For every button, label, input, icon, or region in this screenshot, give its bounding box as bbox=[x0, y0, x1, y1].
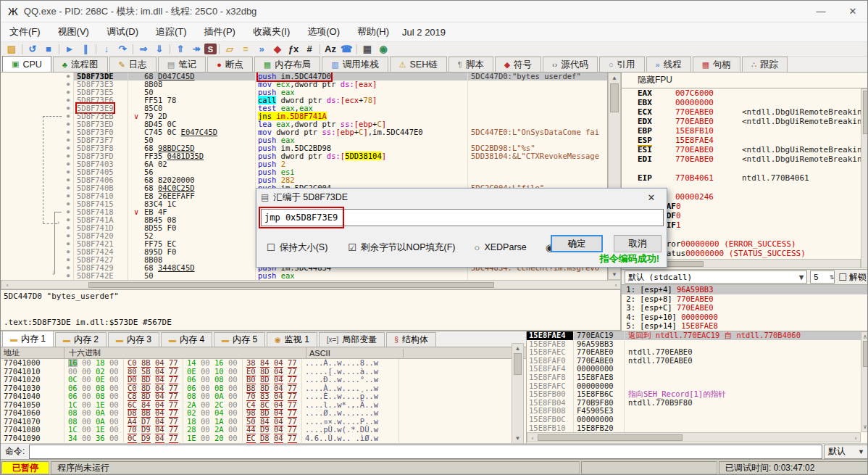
register-row[interactable]: EDI770EABE0<ntdll.DbgUiRemoteBreakin> bbox=[622, 154, 861, 164]
execute-till-return-icon[interactable]: ⇓ bbox=[151, 43, 167, 56]
register-row[interactable]: EIP770B4061ntdll.770B4061 bbox=[622, 173, 861, 183]
dump-tab-watch[interactable]: ◉监视 1 bbox=[267, 332, 317, 347]
tab-graph[interactable]: ♣流程图 bbox=[53, 57, 108, 72]
breakpoint-dot-icon[interactable]: ● bbox=[63, 272, 73, 280]
patch-icon[interactable]: ▱ bbox=[222, 43, 238, 56]
functions-icon[interactable]: ƒx bbox=[285, 43, 301, 56]
convention-dropdown[interactable]: 默认 (stdcall) ▼ bbox=[625, 270, 807, 284]
breakpoint-dot-icon[interactable]: ● bbox=[63, 104, 73, 112]
dump-row[interactable]: 7704106008 00 0A 00D8 8B 04 7702 00 04 0… bbox=[1, 409, 512, 418]
hide-fpu-button[interactable]: 隐藏FPU bbox=[622, 73, 868, 88]
menu-item-o[interactable]: 选项(O) bbox=[299, 22, 349, 41]
stack-hscrollbar[interactable]: ‹ › bbox=[527, 432, 861, 442]
tab-memory-map[interactable]: ▦内存布局 bbox=[254, 57, 320, 72]
tab-log[interactable]: ✎日志 bbox=[109, 57, 157, 72]
menu-item-v[interactable]: 视图(V) bbox=[49, 22, 98, 41]
pause-icon[interactable]: ∥ bbox=[78, 43, 93, 56]
breakpoint-dot-icon[interactable]: ● bbox=[63, 73, 73, 80]
hash-icon[interactable]: # bbox=[301, 43, 317, 56]
dump-row[interactable]: 770410200C 00 0E 00D0 8D 04 7706 00 08 0… bbox=[1, 376, 512, 384]
unlock-checkbox[interactable]: ☐ 解锁 bbox=[838, 271, 867, 284]
stack-row[interactable]: 15E8FB0C00000000 bbox=[527, 416, 861, 424]
command-profile-dropdown[interactable]: 默认 ▼ bbox=[824, 445, 868, 459]
xedparse-radio[interactable]: ○ XEDParse bbox=[456, 242, 527, 253]
tab-handles[interactable]: ▦句柄 bbox=[693, 57, 740, 72]
dump-row[interactable]: 7704100016 00 18 00C0 8B 04 7714 00 16 0… bbox=[1, 359, 512, 368]
argument-row[interactable]: 1: [esp+4] 96A59BB3 bbox=[622, 285, 868, 294]
bookmarks-icon[interactable]: ◆ bbox=[270, 43, 285, 56]
register-row[interactable]: EAX007C6000 bbox=[622, 88, 861, 98]
labels-icon[interactable]: » bbox=[254, 43, 270, 56]
step-into-icon[interactable]: ↓ bbox=[99, 43, 114, 56]
tab-notes[interactable]: ▤笔记 bbox=[158, 57, 206, 72]
command-input[interactable] bbox=[29, 445, 822, 459]
dump-tab-memory[interactable]: ▬内存 3 bbox=[108, 332, 159, 347]
attach-icon[interactable]: ↠ bbox=[188, 43, 204, 56]
globe-icon[interactable]: ◉ bbox=[375, 43, 391, 56]
breakpoint-dot-icon[interactable]: ● bbox=[63, 256, 73, 264]
argument-row[interactable]: 2: [esp+8] 770EABE0 bbox=[622, 294, 868, 304]
breakpoint-dot-icon[interactable]: ● bbox=[63, 240, 73, 248]
breakpoint-dot-icon[interactable]: ● bbox=[63, 136, 73, 144]
dump-tab-memory[interactable]: ▬内存 2 bbox=[55, 332, 107, 347]
breakpoint-dot-icon[interactable]: ● bbox=[63, 200, 73, 208]
breakpoint-dot-icon[interactable]: ● bbox=[63, 208, 73, 216]
close-button[interactable]: ✕ bbox=[837, 1, 868, 22]
register-row[interactable]: ESP15E8FAE4 bbox=[622, 136, 861, 145]
breakpoint-dot-icon[interactable]: ● bbox=[63, 88, 73, 96]
dump-tab-struct[interactable]: §结构体 bbox=[386, 332, 436, 347]
breakpoint-dot-icon[interactable]: ● bbox=[63, 96, 73, 104]
breakpoint-dot-icon[interactable]: ● bbox=[63, 112, 73, 120]
dump-tab-memory[interactable]: ▬内存 5 bbox=[214, 332, 265, 347]
tab-threads[interactable]: »线程 bbox=[646, 57, 691, 72]
menu-item-p[interactable]: 插件(P) bbox=[196, 22, 244, 41]
dialog-close-button[interactable]: ✕ bbox=[640, 192, 662, 203]
stack-row[interactable]: 15E8FB0015E8FB6C指向SEH_Record[1]的指针 bbox=[527, 390, 861, 399]
mobile-icon[interactable]: ☎ bbox=[338, 43, 354, 56]
breakpoint-dot-icon[interactable]: ● bbox=[63, 120, 73, 128]
breakpoint-dot-icon[interactable]: ● bbox=[63, 232, 73, 240]
breakpoint-dot-icon[interactable]: ● bbox=[63, 216, 73, 224]
run-icon[interactable]: ► bbox=[62, 43, 78, 56]
tab-breakpoint[interactable]: ●断点 bbox=[207, 57, 253, 72]
register-row[interactable]: EBP15E8FB10 bbox=[622, 126, 861, 136]
register-row[interactable]: ESI770EABE0<ntdll.DbgUiRemoteBreakin> bbox=[622, 145, 861, 154]
breakpoint-dot-icon[interactable]: ● bbox=[63, 224, 73, 232]
dump-vscrollbar[interactable]: ▲ ▼ bbox=[512, 343, 524, 444]
run-to-user-code-icon[interactable]: ⇑ bbox=[172, 43, 188, 56]
breakpoint-dot-icon[interactable]: ● bbox=[63, 176, 73, 184]
dump-row[interactable]: 7704104006 00 08 00C8 8D 04 7708 00 0A 0… bbox=[1, 392, 512, 401]
disasm-hscrollbar[interactable]: ‹ › bbox=[1, 280, 621, 289]
argument-row[interactable]: 3: [esp+C] 770EABE0 bbox=[622, 303, 868, 313]
breakpoint-dot-icon[interactable]: ● bbox=[63, 184, 73, 192]
tab-seh-chain[interactable]: ⚠SEH链 bbox=[390, 57, 447, 72]
breakpoint-dot-icon[interactable]: ● bbox=[63, 160, 73, 168]
arg-count-stepper[interactable]: 5 ⇅ bbox=[810, 270, 835, 284]
ok-button[interactable]: 确定 bbox=[551, 235, 603, 252]
keep-size-checkbox[interactable]: ☐ 保持大小(S) bbox=[256, 241, 327, 254]
breakpoint-dot-icon[interactable]: ● bbox=[63, 80, 73, 88]
calculator-icon[interactable]: ▦ bbox=[359, 43, 375, 56]
menu-item-f[interactable]: 文件(F) bbox=[1, 22, 49, 41]
breakpoint-dot-icon[interactable]: ● bbox=[63, 152, 73, 160]
breakpoint-dot-icon[interactable]: ● bbox=[63, 128, 73, 136]
registers-vscrollbar[interactable] bbox=[861, 88, 868, 268]
register-row[interactable]: EDX770EABE0<ntdll.DbgUiRemoteBreakin> bbox=[622, 117, 861, 126]
step-over-icon[interactable]: ↷ bbox=[114, 43, 130, 56]
breakpoint-dot-icon[interactable]: ● bbox=[63, 144, 73, 152]
memory-map-icon[interactable]: ≡ bbox=[238, 43, 254, 56]
tab-references[interactable]: ○引用 bbox=[599, 57, 645, 72]
stack-row[interactable]: 15E8FAF815E8FAE8 bbox=[527, 373, 861, 382]
menu-item-d[interactable]: 调试(D) bbox=[98, 22, 147, 41]
scylla-icon[interactable]: S bbox=[204, 44, 217, 54]
menu-item-i[interactable]: 收藏夹(I) bbox=[244, 22, 299, 41]
nop-fill-checkbox[interactable]: ☑ 剩余字节以NOP填充(F) bbox=[338, 241, 455, 254]
open-file-icon[interactable]: ▨ bbox=[4, 43, 20, 56]
tab-trace[interactable]: ∴跟踪 bbox=[742, 57, 788, 72]
minimize-button[interactable]: — bbox=[805, 1, 837, 22]
cancel-button[interactable]: 取消 bbox=[614, 235, 662, 252]
run-to-cursor-icon[interactable]: ⇒ bbox=[135, 43, 151, 56]
tab-script[interactable]: ¶脚本 bbox=[448, 57, 493, 72]
disasm-row[interactable]: ●5D8F742E50push eax bbox=[1, 272, 607, 280]
stack-row[interactable]: 15E8FAE4770EAC19返回到 ntdll.770EAC19 自 ntd… bbox=[527, 331, 861, 340]
